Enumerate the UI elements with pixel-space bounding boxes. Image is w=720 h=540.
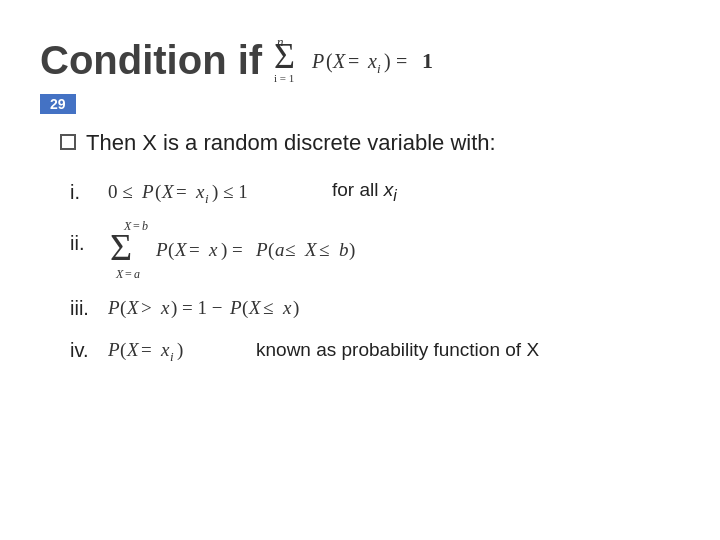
svg-text:P: P xyxy=(311,50,324,72)
svg-text:): ) xyxy=(177,339,183,361)
svg-text:P: P xyxy=(255,239,268,260)
condition-row-iv: iv. P ( X = x i ) known as probability f… xyxy=(70,334,680,366)
svg-text:=: = xyxy=(348,50,359,72)
svg-text:i: i xyxy=(377,61,381,76)
svg-text:=: = xyxy=(133,219,140,233)
svg-text:i: i xyxy=(205,191,209,206)
svg-text:=: = xyxy=(141,339,152,360)
svg-text:≤: ≤ xyxy=(263,297,273,318)
bullet-checkbox xyxy=(60,134,76,150)
svg-text:P: P xyxy=(108,297,120,318)
slide-number-bar: 29 xyxy=(40,94,76,114)
formula-iv-svg: P ( X = x i ) xyxy=(108,334,238,366)
title-formula-svg: Σ n i = 1 P ( X = x i ) = 1 xyxy=(274,30,504,90)
svg-text:(: ( xyxy=(120,297,126,319)
svg-text:≤: ≤ xyxy=(285,239,295,260)
svg-text:x: x xyxy=(282,297,292,318)
roman-ii: ii. xyxy=(70,232,100,255)
svg-text:x: x xyxy=(160,297,170,318)
slide-container: Condition if Σ n i = 1 P ( X = x i ) = 1… xyxy=(0,0,720,540)
svg-text:X: X xyxy=(304,239,318,260)
svg-text:X: X xyxy=(332,50,346,72)
bullet-row: Then X is a random discrete variable wit… xyxy=(60,130,680,156)
condition-row-iii: iii. P ( X > x ) = 1 − P ( X ≤ x ) xyxy=(70,292,680,324)
svg-text:) = 1 −: ) = 1 − xyxy=(171,297,223,319)
svg-text:X: X xyxy=(126,339,140,360)
svg-text:Σ: Σ xyxy=(110,226,132,268)
title-row: Condition if Σ n i = 1 P ( X = x i ) = 1 xyxy=(40,30,680,90)
svg-text:=: = xyxy=(396,50,407,72)
svg-text:(: ( xyxy=(268,239,274,261)
svg-text:P: P xyxy=(155,239,168,260)
svg-text:X: X xyxy=(126,297,140,318)
svg-text:>: > xyxy=(141,297,152,318)
roman-iv: iv. xyxy=(70,339,100,362)
svg-text:P: P xyxy=(229,297,242,318)
formula-ii-svg: X = b Σ X = a P ( X = x ) = P ( a xyxy=(108,218,418,282)
svg-text:0 ≤: 0 ≤ xyxy=(108,181,133,202)
svg-text:b: b xyxy=(339,239,349,260)
svg-text:x: x xyxy=(160,339,170,360)
svg-text:1: 1 xyxy=(422,48,433,73)
svg-text:): ) xyxy=(293,297,299,319)
svg-text:≤: ≤ xyxy=(319,239,329,260)
svg-text:(: ( xyxy=(155,181,161,203)
svg-text:) ≤ 1: ) ≤ 1 xyxy=(212,181,248,203)
svg-text:=: = xyxy=(125,267,132,281)
svg-text:x: x xyxy=(195,181,205,202)
svg-text:(: ( xyxy=(168,239,174,261)
xi-label: xi xyxy=(384,179,397,200)
svg-text:i: i xyxy=(170,349,174,364)
svg-text:i = 1: i = 1 xyxy=(274,72,294,84)
formula-iii-svg: P ( X > x ) = 1 − P ( X ≤ x ) xyxy=(108,292,398,324)
svg-text:(: ( xyxy=(326,50,333,73)
svg-text:x: x xyxy=(367,50,377,72)
svg-text:a: a xyxy=(275,239,285,260)
bullet-label: Then X is a random discrete variable wit… xyxy=(86,130,496,156)
svg-text:X: X xyxy=(174,239,188,260)
svg-text:): ) xyxy=(349,239,355,261)
formula-i-svg: 0 ≤ P ( X = x i ) ≤ 1 xyxy=(108,176,308,208)
svg-text:n: n xyxy=(277,34,284,49)
svg-text:b: b xyxy=(142,219,148,233)
svg-text:): ) xyxy=(384,50,391,73)
svg-text:(: ( xyxy=(242,297,248,319)
svg-text:P: P xyxy=(108,339,120,360)
title-text: Condition if xyxy=(40,38,262,83)
svg-text:X: X xyxy=(115,267,124,281)
svg-text:X: X xyxy=(161,181,175,202)
roman-i: i. xyxy=(70,181,100,204)
svg-text:x: x xyxy=(208,239,218,260)
svg-text:) =: ) = xyxy=(221,239,243,261)
svg-text:=: = xyxy=(189,239,200,260)
svg-text:P: P xyxy=(141,181,154,202)
svg-text:=: = xyxy=(176,181,187,202)
svg-text:a: a xyxy=(134,267,140,281)
condition-row-ii: ii. X = b Σ X = a P ( X = x ) = xyxy=(70,218,680,282)
known-text-iv: known as probability function of X xyxy=(256,339,539,361)
roman-iii: iii. xyxy=(70,297,100,320)
svg-text:(: ( xyxy=(120,339,126,361)
svg-text:X: X xyxy=(248,297,262,318)
content-area: i. 0 ≤ P ( X = x i ) ≤ 1 for all xi ii. … xyxy=(70,176,680,366)
condition-row-i: i. 0 ≤ P ( X = x i ) ≤ 1 for all xi xyxy=(70,176,680,208)
for-all-i: for all xi xyxy=(332,179,397,205)
